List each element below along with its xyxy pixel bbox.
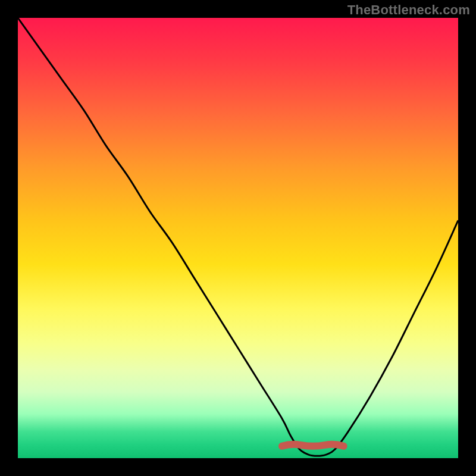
watermark-text: TheBottleneck.com — [347, 2, 470, 18]
plot-area — [18, 18, 458, 458]
curve-layer — [18, 18, 458, 458]
recommended-marker — [282, 444, 344, 446]
bottleneck-chart: TheBottleneck.com — [0, 0, 476, 476]
bottleneck-curve — [18, 18, 458, 456]
